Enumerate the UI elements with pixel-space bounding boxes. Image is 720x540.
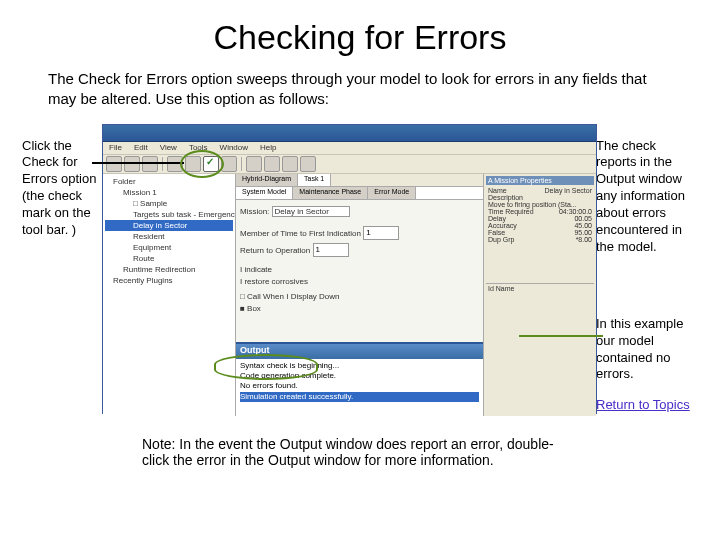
tab[interactable]: Error Mode [368, 187, 416, 199]
menu-item[interactable]: Help [254, 142, 282, 154]
menubar: File Edit View Tools Window Help [103, 142, 596, 155]
menu-item[interactable]: Window [214, 142, 254, 154]
tree-item[interactable]: Resident [105, 231, 233, 242]
tab-active[interactable]: Task 1 [298, 174, 331, 186]
inner-tabs: System Model Maintenance Phase Error Mod… [236, 187, 483, 200]
intro-text: The Check for Errors option sweeps throu… [48, 69, 672, 110]
bottom-note: Note: In the event the Output window doe… [142, 436, 578, 468]
tree-item[interactable]: Mission 1 [105, 187, 233, 198]
id-panel-header: Id Name [486, 283, 594, 293]
document-tabs: Hybrid-Diagram Task 1 [236, 174, 483, 187]
right-callout-2: In this example our model contained no e… [596, 316, 698, 384]
tree-item[interactable]: Folder [105, 176, 233, 187]
app-screenshot: File Edit View Tools Window Help Folder [102, 124, 597, 414]
properties-header: A Mission Properties [486, 176, 594, 185]
properties-panel: A Mission Properties NameDelay in Sector… [483, 174, 596, 416]
annotation-line [519, 335, 603, 339]
window-titlebar [103, 125, 596, 142]
form-label: Member of [240, 228, 278, 237]
tree-item[interactable]: Recently Plugins [105, 275, 233, 286]
form-label: Time to First Indication [280, 228, 361, 237]
annotation-line [92, 162, 184, 164]
form-label: I restore corrosives [240, 277, 479, 286]
tab[interactable]: Hybrid-Diagram [236, 174, 298, 186]
page-title: Checking for Errors [0, 18, 720, 57]
form-input[interactable] [363, 226, 399, 240]
tab[interactable]: System Model [236, 187, 293, 199]
tree-item[interactable]: Equipment [105, 242, 233, 253]
tree-item-selected[interactable]: Delay in Sector [105, 220, 233, 231]
tree-navigator[interactable]: Folder Mission 1 □ Sample Targets sub ta… [103, 174, 236, 416]
mission-combo[interactable]: Delay in Sector [272, 206, 350, 217]
toolbar [103, 155, 596, 174]
menu-item[interactable]: View [154, 142, 183, 154]
annotation-ellipse-icon [180, 150, 224, 178]
right-callout-1: The check reports in the Output window a… [596, 138, 698, 256]
tree-item[interactable]: Targets sub task - Emergency Safety Rev. [105, 209, 233, 220]
output-line[interactable]: No errors found. [240, 381, 479, 391]
toolbar-button[interactable] [264, 156, 280, 172]
toolbar-button[interactable] [300, 156, 316, 172]
form-label: I indicate [240, 265, 479, 274]
form-input[interactable] [313, 243, 349, 257]
output-line-selected[interactable]: Simulation created successfully. [240, 392, 479, 402]
toolbar-button[interactable] [142, 156, 158, 172]
toolbar-button[interactable] [124, 156, 140, 172]
tree-item[interactable]: Route [105, 253, 233, 264]
menu-item[interactable]: Edit [128, 142, 154, 154]
tree-item[interactable]: □ Sample [105, 198, 233, 209]
tree-item[interactable]: Runtime Redirection [105, 264, 233, 275]
form-label: Return to Operation [240, 245, 310, 254]
combo-label: Mission: [240, 207, 269, 216]
checkbox-label[interactable]: □ Call When I Display Down [240, 292, 479, 301]
checkbox-label[interactable]: ■ Box [240, 304, 479, 313]
toolbar-button[interactable] [106, 156, 122, 172]
tab[interactable]: Maintenance Phase [293, 187, 368, 199]
annotation-ellipse-icon [214, 354, 318, 380]
content-area: Click the Check for Errors option (the c… [22, 124, 698, 468]
menu-item[interactable]: File [103, 142, 128, 154]
toolbar-button[interactable] [282, 156, 298, 172]
left-callout: Click the Check for Errors option (the c… [22, 138, 112, 239]
return-link[interactable]: Return to Topics [596, 397, 690, 412]
right-callouts: The check reports in the Output window a… [596, 138, 698, 415]
toolbar-button[interactable] [246, 156, 262, 172]
